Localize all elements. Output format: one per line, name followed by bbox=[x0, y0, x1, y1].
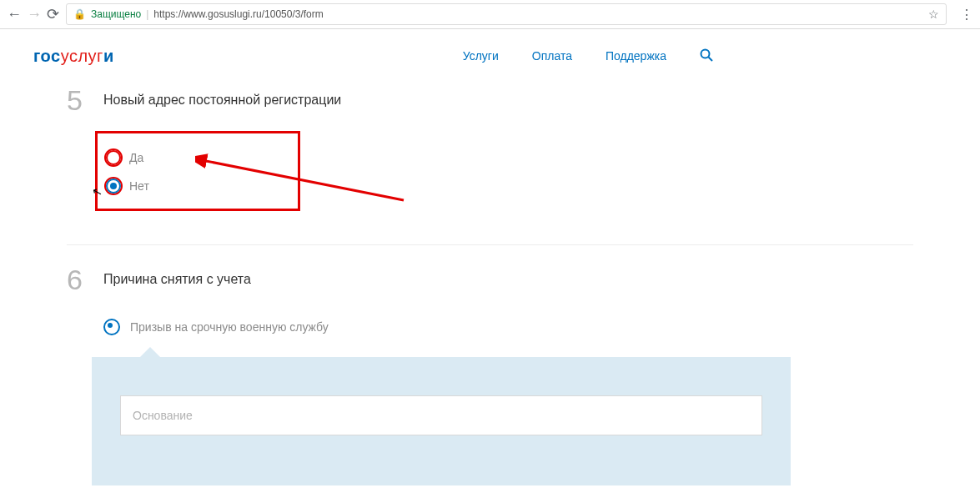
url-text: https://www.gosuslugi.ru/10050/3/form bbox=[153, 8, 323, 20]
reason-basis-placeholder: Основание bbox=[133, 409, 193, 422]
cursor-icon: ↖ bbox=[91, 184, 104, 200]
logo-part-1: гос bbox=[33, 47, 61, 65]
step-6-title: Причина снятия с учета bbox=[103, 272, 251, 287]
site-logo[interactable]: госуслуги bbox=[33, 47, 114, 66]
radio-no-label: Нет bbox=[129, 179, 149, 193]
reason-panel: Основание bbox=[92, 357, 791, 485]
site-header: госуслуги Услуги Оплата Поддержка bbox=[33, 38, 947, 74]
bookmark-star-icon[interactable]: ☆ bbox=[928, 8, 939, 21]
svg-point-0 bbox=[701, 49, 710, 58]
step-5-radio-group: ↖ Да Нет bbox=[95, 131, 300, 211]
radio-no[interactable] bbox=[106, 179, 121, 194]
lock-icon: 🔒 bbox=[73, 8, 86, 20]
logo-part-2: услуг bbox=[61, 47, 103, 65]
radio-row-yes[interactable]: Да bbox=[106, 150, 231, 165]
nav-arrow-group: ← → ⟳ bbox=[7, 7, 59, 22]
secure-label: Защищено bbox=[91, 8, 141, 20]
logo-part-3: и bbox=[103, 47, 114, 65]
forward-icon[interactable]: → bbox=[27, 7, 42, 22]
radio-yes-label: Да bbox=[129, 151, 143, 164]
back-icon[interactable]: ← bbox=[7, 7, 22, 22]
form-area: 5 Новый адрес постоянной регистрации ↖ Д… bbox=[33, 86, 947, 485]
nav-payment[interactable]: Оплата bbox=[532, 49, 572, 63]
reason-radio-row[interactable]: Призыв на срочную военную службу bbox=[103, 319, 913, 335]
step-5-number: 5 bbox=[67, 86, 103, 114]
step-6: 6 Причина снятия с учета bbox=[67, 265, 913, 294]
reason-label: Призыв на срочную военную службу bbox=[130, 320, 329, 334]
reload-icon[interactable]: ⟳ bbox=[47, 7, 59, 22]
reason-radio[interactable] bbox=[103, 319, 120, 335]
nav-services[interactable]: Услуги bbox=[463, 49, 499, 63]
svg-line-1 bbox=[709, 57, 713, 61]
addr-separator: | bbox=[146, 8, 148, 20]
radio-yes[interactable] bbox=[106, 150, 121, 165]
browser-chrome-bar: ← → ⟳ 🔒 Защищено | https://www.gosuslugi… bbox=[0, 0, 980, 29]
step-6-number: 6 bbox=[67, 265, 103, 294]
kebab-menu-icon[interactable]: ⋮ bbox=[960, 7, 973, 23]
step-5-title: Новый адрес постоянной регистрации bbox=[103, 93, 341, 108]
reason-basis-input[interactable]: Основание bbox=[120, 395, 762, 435]
top-nav: Услуги Оплата Поддержка bbox=[463, 48, 713, 64]
step-5: 5 Новый адрес постоянной регистрации bbox=[67, 86, 913, 114]
search-icon[interactable] bbox=[700, 48, 713, 64]
section-divider bbox=[67, 244, 913, 245]
radio-row-no[interactable]: Нет bbox=[106, 179, 231, 194]
nav-support[interactable]: Поддержка bbox=[606, 49, 666, 63]
address-bar[interactable]: 🔒 Защищено | https://www.gosuslugi.ru/10… bbox=[66, 3, 947, 25]
